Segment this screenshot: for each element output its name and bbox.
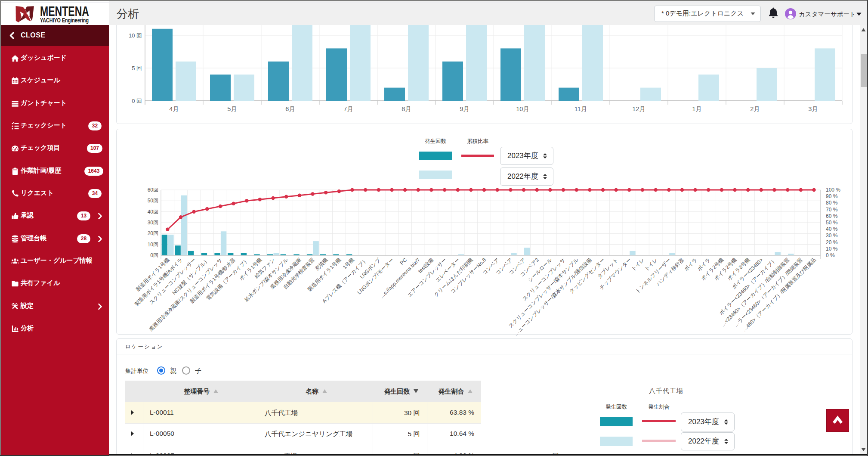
svg-text:10回: 10回 [148,242,158,248]
svg-text:8月: 8月 [402,105,411,112]
svg-text:2月: 2月 [750,105,760,112]
svg-text:PC: PC [399,257,408,266]
svg-text:4月: 4月 [169,105,179,112]
svg-text:30回: 30回 [148,220,158,226]
svg-text:10 %: 10 % [826,246,838,252]
svg-text:80 %: 80 % [826,200,838,206]
svg-text:YACHIYO Engineering: YACHIYO Engineering [40,17,89,24]
svg-text:0 %: 0 % [826,252,835,258]
svg-text:11月: 11月 [575,105,587,112]
svg-text:40 %: 40 % [826,226,838,232]
svg-text:ボイラ: ボイラ [683,257,698,272]
svg-text:5月: 5月 [227,105,237,112]
svg-text:90 %: 90 % [826,193,838,199]
svg-text:1月: 1月 [692,105,702,112]
svg-text:6月: 6月 [285,105,295,112]
svg-text:10月: 10月 [516,105,529,112]
svg-text:20回: 20回 [148,230,158,236]
svg-text:100 %: 100 % [826,187,840,193]
svg-text:12月: 12月 [632,105,646,112]
svg-text:30 %: 30 % [826,233,838,239]
svg-text:7月: 7月 [343,105,353,112]
svg-text:9月: 9月 [460,105,470,112]
svg-text:60回: 60回 [148,187,158,193]
svg-text:20 %: 20 % [826,239,838,245]
svg-text:0 回: 0 回 [132,98,142,104]
svg-text:70 %: 70 % [826,207,838,213]
svg-text:50 %: 50 % [826,220,838,226]
svg-text:トイレ: トイレ [630,257,646,272]
svg-text:3月: 3月 [808,105,818,112]
svg-text:5 回: 5 回 [132,65,142,71]
svg-text:40回: 40回 [148,209,158,215]
svg-text:10 回: 10 回 [129,32,142,39]
svg-text:50回: 50回 [148,198,158,204]
svg-text:0回: 0回 [150,252,158,258]
svg-text:60 %: 60 % [826,213,838,219]
